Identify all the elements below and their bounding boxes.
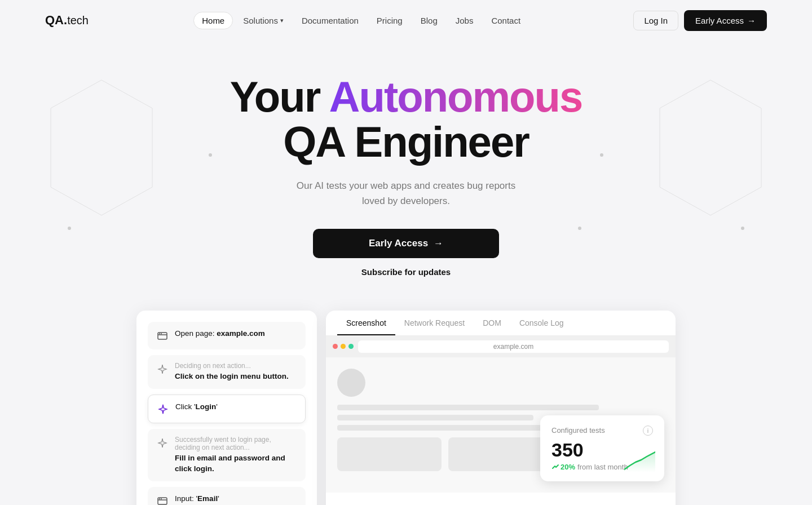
- demo-section: Open page: example.com Deciding on next …: [0, 311, 812, 505]
- hero-cta: Early Access → Subscribe for updates: [11, 229, 801, 277]
- hero-heading-gradient: Autonomous: [329, 73, 582, 121]
- svg-point-7: [161, 498, 162, 499]
- sparkle-icon: [156, 362, 169, 376]
- tab-dom[interactable]: DOM: [474, 311, 510, 335]
- step-deciding-thinking: Deciding on next action...: [175, 362, 298, 370]
- hero-heading-line2: QA Engineer: [283, 118, 528, 166]
- nav-actions: Log In Early Access →: [633, 10, 767, 31]
- hero-heading: Your Autonomous QA Engineer: [11, 74, 801, 165]
- login-button[interactable]: Log In: [633, 11, 678, 30]
- browser-url-bar: example.com: [358, 340, 669, 353]
- step-deciding-action: Click on the login menu button.: [175, 371, 298, 382]
- stats-card-header: Configured tests i: [551, 426, 653, 436]
- growth-label: from last month: [577, 463, 628, 471]
- browser-bar: example.com: [326, 336, 676, 357]
- avatar-placeholder: [337, 369, 365, 397]
- info-icon[interactable]: i: [643, 426, 653, 436]
- cta-arrow-icon: →: [434, 238, 443, 249]
- browser-panel: Screenshot Network Request DOM Console L…: [326, 311, 676, 505]
- nav-links: Home Solutions ▾ Documentation Pricing B…: [193, 12, 528, 29]
- step-fill-login-content: Successfully went to login page, decidin…: [175, 436, 298, 475]
- svg-point-2: [159, 333, 160, 334]
- step-input-email: Input: 'Email': [148, 487, 306, 505]
- svg-point-3: [161, 333, 162, 334]
- step-open-page: Open page: example.com: [148, 322, 306, 349]
- tab-screenshot[interactable]: Screenshot: [337, 311, 395, 335]
- hero-heading-plain: Your: [230, 73, 329, 121]
- sparkle-active-icon: [156, 402, 170, 416]
- logo[interactable]: QA.tech: [45, 13, 89, 28]
- nav-documentation[interactable]: Documentation: [294, 12, 367, 29]
- stats-card-title: Configured tests: [551, 426, 605, 435]
- step-fill-action: Fill in email and password and click log…: [175, 453, 298, 475]
- subscribe-link[interactable]: Subscribe for updates: [361, 267, 451, 277]
- line-short: [337, 415, 533, 420]
- nav-contact[interactable]: Contact: [483, 12, 528, 29]
- browser-icon: [156, 329, 169, 343]
- browser-dot-red: [333, 344, 338, 349]
- step-deciding-click: Deciding on next action... Click on the …: [148, 355, 306, 389]
- stats-card-growth: 20% from last month: [551, 463, 653, 471]
- browser-dots: [333, 344, 354, 349]
- step-click-login-content: Click 'Login': [175, 402, 297, 413]
- nav-blog[interactable]: Blog: [413, 12, 445, 29]
- steps-panel: Open page: example.com Deciding on next …: [136, 311, 317, 505]
- hero-section: Your Autonomous QA Engineer Our AI tests…: [0, 41, 812, 299]
- step-click-login-text: Click 'Login': [175, 402, 297, 413]
- svg-point-6: [159, 498, 160, 499]
- sparkle2-icon: [156, 436, 169, 450]
- logo-qa: QA: [45, 13, 64, 28]
- trend-up-icon: [551, 463, 559, 471]
- navbar: QA.tech Home Solutions ▾ Documentation P…: [0, 0, 812, 41]
- hero-subtitle: Our AI tests your web apps and creates b…: [288, 178, 524, 209]
- step-input-email-text: Input: 'Email': [175, 494, 298, 504]
- col-box-2: [448, 437, 553, 471]
- browser-page: Configured tests i 350 20% from last mon…: [326, 357, 676, 493]
- line-medium: [337, 405, 599, 410]
- tab-console-log[interactable]: Console Log: [510, 311, 573, 335]
- early-access-hero-button[interactable]: Early Access →: [313, 229, 499, 258]
- sparkline-chart: [624, 450, 655, 472]
- step-deciding-click-content: Deciding on next action... Click on the …: [175, 362, 298, 382]
- step-open-page-content: Open page: example.com: [175, 329, 298, 339]
- logo-tech: tech: [67, 14, 89, 27]
- nav-jobs[interactable]: Jobs: [448, 12, 482, 29]
- browser-dot-yellow: [341, 344, 346, 349]
- col-box-1: [337, 437, 442, 471]
- browser2-icon: [156, 494, 169, 505]
- early-access-nav-button[interactable]: Early Access →: [684, 10, 767, 31]
- step-open-page-text: Open page: example.com: [175, 329, 298, 339]
- step-input-email-content: Input: 'Email': [175, 494, 298, 504]
- arrow-icon: →: [747, 16, 756, 25]
- tab-network-request[interactable]: Network Request: [395, 311, 474, 335]
- browser-content: example.com C: [326, 336, 676, 505]
- nav-solutions[interactable]: Solutions ▾: [235, 12, 292, 29]
- step-click-login[interactable]: Click 'Login': [148, 395, 306, 423]
- nav-pricing[interactable]: Pricing: [369, 12, 411, 29]
- chevron-down-icon: ▾: [280, 17, 284, 24]
- nav-home[interactable]: Home: [193, 12, 233, 29]
- browser-dot-green: [348, 344, 354, 349]
- step-fill-thinking: Successfully went to login page, decidin…: [175, 436, 298, 451]
- growth-pct: 20%: [551, 463, 575, 471]
- browser-tabs: Screenshot Network Request DOM Console L…: [326, 311, 676, 336]
- step-fill-login: Successfully went to login page, decidin…: [148, 429, 306, 481]
- stats-card: Configured tests i 350 20% from last mon…: [540, 415, 664, 481]
